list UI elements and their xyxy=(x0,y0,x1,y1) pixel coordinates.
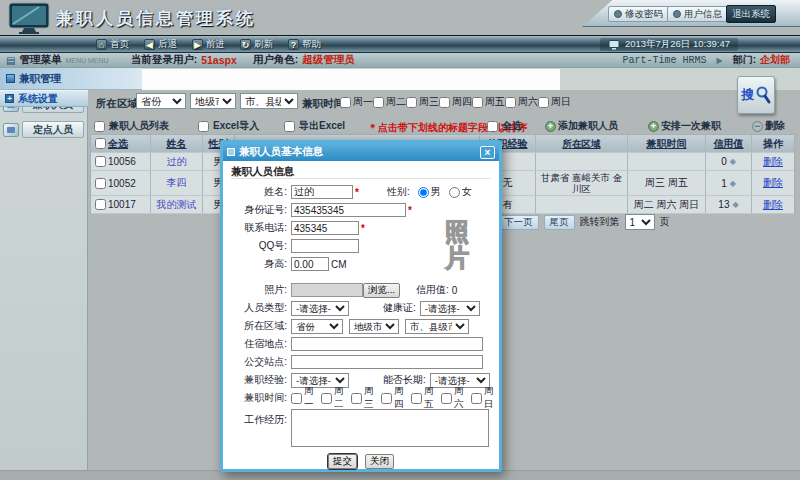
phone-input[interactable] xyxy=(291,221,359,235)
weekday-checkbox[interactable]: 周六 xyxy=(505,95,538,109)
delete-button[interactable]: − 删除 xyxy=(752,119,785,133)
name-link[interactable]: 过的 xyxy=(167,155,187,169)
name-link[interactable]: 李四 xyxy=(167,176,187,190)
dialog-title: 兼职人员基本信息 xyxy=(239,145,323,159)
close-icon[interactable]: × xyxy=(480,146,495,159)
weekday-checkbox[interactable]: 周二 xyxy=(373,95,406,109)
row-select-cell[interactable]: 10052 xyxy=(91,171,151,195)
nav-item[interactable]: ▶ 前进 xyxy=(192,38,225,51)
header-time[interactable]: 兼职时间 xyxy=(628,135,706,152)
height-input[interactable] xyxy=(291,257,329,271)
county-select[interactable]: 市、县级市 xyxy=(240,93,298,109)
sub-bar: 兼职管理 xyxy=(0,68,800,90)
row-checkbox[interactable] xyxy=(95,156,106,167)
header-select-all[interactable]: 全选 xyxy=(91,135,151,152)
header-name[interactable]: 姓名 xyxy=(151,135,203,152)
select-all-toggle[interactable]: 全选 xyxy=(487,119,522,133)
weekday-checkbox-input[interactable] xyxy=(538,97,549,108)
bus-stop-input[interactable] xyxy=(291,355,483,369)
weekday-checkbox-input[interactable] xyxy=(472,97,483,108)
region-cell xyxy=(536,153,628,170)
modal-province-select[interactable]: 省份 xyxy=(291,319,343,334)
weekday-checkbox[interactable]: 周日 xyxy=(538,95,571,109)
last-page-button[interactable]: 尾页 xyxy=(544,215,575,230)
browse-button[interactable]: 浏览... xyxy=(363,283,400,298)
list-toggle[interactable]: 兼职人员列表 xyxy=(94,119,169,133)
credit-cell: 13 ◆ xyxy=(706,196,752,213)
header-region[interactable]: 所在区域 xyxy=(536,135,628,152)
add-person-button[interactable]: + 添加兼职人员 xyxy=(545,119,618,133)
excel-import-toggle[interactable]: Excel导入 xyxy=(198,119,259,133)
form-section-title: 兼职人员信息 xyxy=(231,163,491,179)
app-header: 兼职人员信息管理系统 修改密码 用户信息 退出系统 xyxy=(0,0,800,36)
gender-male-radio[interactable]: 男 xyxy=(418,185,441,199)
weekday-checkbox-input[interactable] xyxy=(340,97,351,108)
menu-header[interactable]: ▤ 管理菜单 MENU MENU xyxy=(6,53,109,67)
modal-weekday-checkbox[interactable]: 周日 xyxy=(471,385,501,411)
weekday-checkbox-input[interactable] xyxy=(406,97,417,108)
logout-button[interactable]: 退出系统 xyxy=(726,5,776,23)
sidebar: 兼职人员 定点人员 + 职员管理 + 系统设置 xyxy=(0,90,88,470)
delete-row-link[interactable]: 删除 xyxy=(763,198,783,212)
page-select[interactable]: 1 xyxy=(625,214,655,230)
dialog-titlebar[interactable]: 兼职人员基本信息 × xyxy=(223,143,499,161)
weekday-checkbox-input[interactable] xyxy=(505,97,516,108)
close-button[interactable]: 关闭 xyxy=(365,454,394,469)
arrange-job-button[interactable]: + 安排一次兼职 xyxy=(648,119,721,133)
next-page-button[interactable]: 下一页 xyxy=(498,215,539,230)
search-button[interactable]: 搜 xyxy=(737,76,775,114)
white-overlay-panel xyxy=(142,69,560,90)
key-icon xyxy=(614,10,622,18)
modal-county-select[interactable]: 市、县级市 xyxy=(405,319,469,334)
modal-city-select[interactable]: 地级市 xyxy=(349,319,399,334)
delete-row-link[interactable]: 删除 xyxy=(763,176,783,190)
lodging-input[interactable] xyxy=(291,337,483,351)
idcard-input[interactable] xyxy=(291,203,406,217)
nav-item-icon: ⌂ xyxy=(96,39,107,50)
modal-weekday-checkbox[interactable]: 周五 xyxy=(411,385,441,411)
excel-export-toggle[interactable]: 导出Excel xyxy=(284,119,345,133)
submit-button[interactable]: 提交 xyxy=(328,454,357,469)
datetime-text: 2013年7月26日 10:39:47 xyxy=(625,38,730,51)
sidebar-section-header[interactable]: 兼职管理 xyxy=(0,68,142,90)
sidebar-item-fixedpoint[interactable]: 定点人员 xyxy=(3,121,84,138)
credit-cell: 1 ◆ xyxy=(706,171,752,195)
weekday-checkbox[interactable]: 周五 xyxy=(472,95,505,109)
weekday-checkbox-input[interactable] xyxy=(373,97,384,108)
person-type-select[interactable]: -请选择- xyxy=(291,301,349,316)
weekday-checkbox[interactable]: 周一 xyxy=(340,95,373,109)
header-credit[interactable]: 信用值 xyxy=(706,135,752,152)
row-select-cell[interactable]: 10056 xyxy=(91,153,151,170)
weekday-checkbox-input[interactable] xyxy=(439,97,450,108)
credit-value: 0 xyxy=(452,285,458,296)
modal-weekday-checkbox[interactable]: 周二 xyxy=(321,385,351,411)
credit-diamond-icon: ◆ xyxy=(732,200,738,209)
name-input[interactable] xyxy=(291,185,353,199)
required-mark: * xyxy=(355,187,359,198)
nav-item[interactable]: ? 帮助 xyxy=(288,38,321,51)
change-password-button[interactable]: 修改密码 xyxy=(608,6,669,22)
row-select-cell[interactable]: 10017 xyxy=(91,196,151,213)
city-select[interactable]: 地级市 xyxy=(190,93,236,109)
name-link[interactable]: 我的测试 xyxy=(157,198,197,212)
gender-female-radio[interactable]: 女 xyxy=(449,185,472,199)
weekday-checkbox[interactable]: 周四 xyxy=(439,95,472,109)
user-info-button[interactable]: 用户信息 xyxy=(667,6,728,22)
weekday-checkbox[interactable]: 周三 xyxy=(406,95,439,109)
modal-weekday-checkbox[interactable]: 周一 xyxy=(291,385,321,411)
row-checkbox[interactable] xyxy=(95,199,106,210)
nav-item[interactable]: ◀ 后退 xyxy=(144,38,177,51)
modal-weekday-checkbox[interactable]: 周六 xyxy=(441,385,471,411)
sidebar-accordion-item[interactable]: + 系统设置 xyxy=(0,90,88,107)
qq-input[interactable] xyxy=(291,239,359,253)
row-checkbox[interactable] xyxy=(95,178,106,189)
health-cert-select[interactable]: -请选择- xyxy=(420,301,480,316)
nav-item[interactable]: ⌂ 首页 xyxy=(96,38,129,51)
modal-weekday-checkbox[interactable]: 周四 xyxy=(381,385,411,411)
work-history-textarea[interactable] xyxy=(291,409,489,447)
nav-item[interactable]: ↻ 刷新 xyxy=(240,38,273,51)
modal-weekday-checkbox[interactable]: 周三 xyxy=(351,385,381,411)
photo-file-input[interactable] xyxy=(291,283,363,297)
delete-row-link[interactable]: 删除 xyxy=(763,155,783,169)
province-select[interactable]: 省份 xyxy=(136,93,186,109)
